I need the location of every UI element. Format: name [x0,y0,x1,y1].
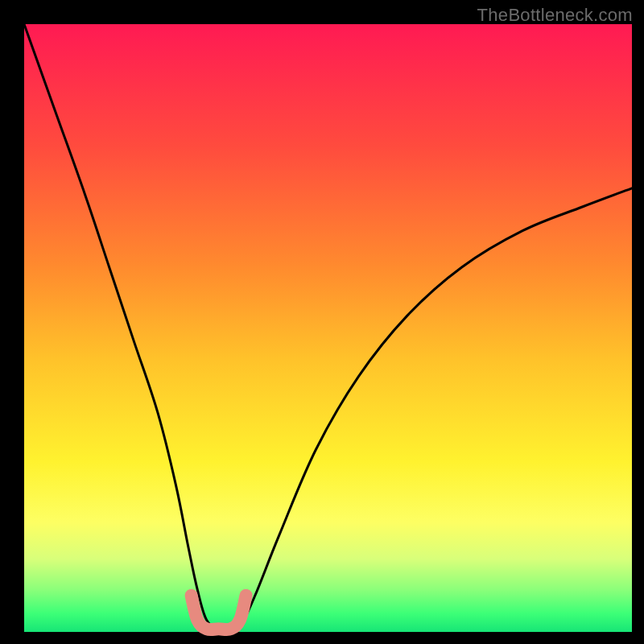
plot-background [24,24,632,632]
chart-svg [0,0,644,644]
chart-stage: TheBottleneck.com [0,0,644,644]
watermark-label: TheBottleneck.com [477,5,633,26]
